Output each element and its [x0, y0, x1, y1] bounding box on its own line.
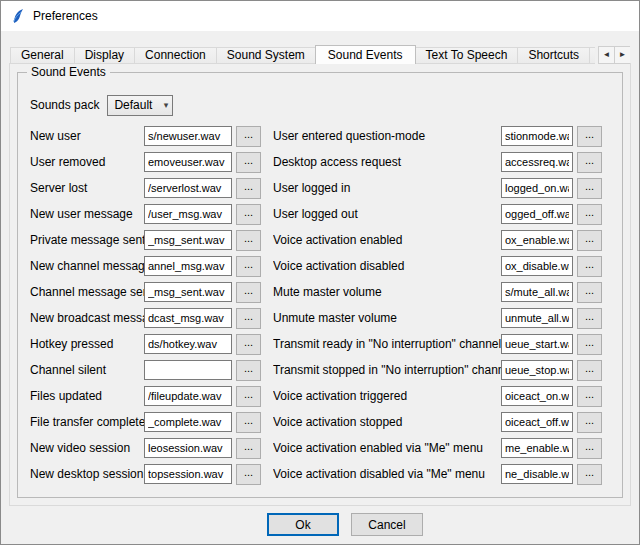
sound-file-input[interactable] [501, 178, 573, 198]
sound-file-input[interactable] [501, 308, 573, 328]
titlebar[interactable]: Preferences [1, 1, 639, 31]
tab-sound-system[interactable]: Sound System [216, 47, 316, 64]
tab-scroll-buttons: ◄ ► [595, 44, 630, 64]
sound-file-input[interactable] [501, 464, 573, 484]
sound-event-row: New desktop session ... [30, 461, 261, 487]
browse-button[interactable]: ... [577, 334, 602, 355]
tab-display[interactable]: Display [74, 47, 135, 64]
tab-sound-events[interactable]: Sound Events [315, 45, 416, 64]
sound-file-input[interactable] [144, 256, 232, 276]
sound-event-label: Voice activation disabled via "Me" menu [273, 467, 501, 481]
browse-button[interactable]: ... [577, 386, 602, 407]
browse-button[interactable]: ... [236, 386, 261, 407]
browse-button[interactable]: ... [236, 308, 261, 329]
tab-general[interactable]: General [10, 47, 75, 64]
sound-event-label: User logged out [273, 207, 501, 221]
sound-events-groupbox: Sound Events Sounds pack Default ▾ New u… [17, 72, 623, 498]
browse-button[interactable]: ... [577, 204, 602, 225]
tab-label: Text To Speech [426, 48, 508, 62]
sound-event-row: Transmit stopped in "No interruption" ch… [273, 357, 602, 383]
sound-event-row: Files updated ... [30, 383, 261, 409]
browse-button[interactable]: ... [236, 126, 261, 147]
sound-event-label: Voice activation disabled [273, 259, 501, 273]
tab-scroll-left-button[interactable]: ◄ [598, 46, 615, 64]
sound-file-input[interactable] [501, 204, 573, 224]
sound-file-input[interactable] [501, 126, 573, 146]
sound-file-input[interactable] [144, 308, 232, 328]
sound-file-input[interactable] [144, 360, 232, 380]
sound-file-input[interactable] [144, 412, 232, 432]
browse-button[interactable]: ... [236, 464, 261, 485]
sound-event-row: Channel silent ... [30, 357, 261, 383]
tab-text-to-speech[interactable]: Text To Speech [415, 47, 519, 64]
sound-file-input[interactable] [144, 464, 232, 484]
browse-button[interactable]: ... [577, 308, 602, 329]
sound-event-label: Unmute master volume [273, 311, 501, 325]
sound-event-row: Unmute master volume ... [273, 305, 602, 331]
browse-button[interactable]: ... [577, 126, 602, 147]
sound-file-input[interactable] [501, 230, 573, 250]
sound-file-input[interactable] [501, 412, 573, 432]
sound-event-row: Channel message sent ... [30, 279, 261, 305]
browse-button[interactable]: ... [236, 204, 261, 225]
sound-file-input[interactable] [501, 256, 573, 276]
sound-event-label: User logged in [273, 181, 501, 195]
tab-shortcuts[interactable]: Shortcuts [517, 47, 590, 64]
sound-event-row: New channel message ... [30, 253, 261, 279]
browse-button[interactable]: ... [236, 360, 261, 381]
sound-event-row: Voice activation disabled ... [273, 253, 602, 279]
sound-event-row: Mute master volume ... [273, 279, 602, 305]
browse-button[interactable]: ... [236, 282, 261, 303]
browse-button[interactable]: ... [236, 178, 261, 199]
sound-file-input[interactable] [501, 386, 573, 406]
browse-button[interactable]: ... [236, 334, 261, 355]
sound-file-input[interactable] [144, 438, 232, 458]
sound-file-input[interactable] [501, 360, 573, 380]
browse-button[interactable]: ... [236, 230, 261, 251]
browse-button[interactable]: ... [577, 360, 602, 381]
sound-file-input[interactable] [144, 126, 232, 146]
sound-event-label: Voice activation triggered [273, 389, 501, 403]
ok-button[interactable]: Ok [267, 513, 339, 536]
tab-strip: General Display Connection Sound System … [10, 44, 630, 64]
sound-file-input[interactable] [144, 230, 232, 250]
browse-button[interactable]: ... [577, 152, 602, 173]
sound-event-label: Voice activation stopped [273, 415, 501, 429]
sound-file-input[interactable] [501, 152, 573, 172]
browse-button[interactable]: ... [236, 412, 261, 433]
browse-button[interactable]: ... [236, 438, 261, 459]
browse-button[interactable]: ... [577, 178, 602, 199]
sound-file-input[interactable] [501, 438, 573, 458]
sound-file-input[interactable] [144, 204, 232, 224]
sound-file-input[interactable] [501, 282, 573, 302]
sound-file-input[interactable] [144, 386, 232, 406]
preferences-window: Preferences General Display Connection S… [0, 0, 640, 545]
sound-event-label: Mute master volume [273, 285, 501, 299]
sound-file-input[interactable] [144, 178, 232, 198]
sound-event-label: Private message sent [30, 233, 144, 247]
browse-button[interactable]: ... [577, 282, 602, 303]
sound-event-label: Desktop access request [273, 155, 501, 169]
sound-event-row: Voice activation enabled via "Me" menu .… [273, 435, 602, 461]
tab-scroll-right-button[interactable]: ► [614, 46, 630, 64]
sound-file-input[interactable] [144, 282, 232, 302]
sound-event-columns: New user ... User removed ... Server los… [30, 123, 616, 487]
browse-button[interactable]: ... [577, 256, 602, 277]
sound-file-input[interactable] [501, 334, 573, 354]
sound-file-input[interactable] [144, 334, 232, 354]
browse-button[interactable]: ... [577, 464, 602, 485]
browse-button[interactable]: ... [577, 412, 602, 433]
sounds-pack-row: Sounds pack Default ▾ [30, 93, 616, 117]
sound-file-input[interactable] [144, 152, 232, 172]
tab-connection[interactable]: Connection [134, 47, 217, 64]
browse-button[interactable]: ... [236, 152, 261, 173]
browse-button[interactable]: ... [577, 230, 602, 251]
sound-event-label: Transmit ready in "No interruption" chan… [273, 337, 501, 351]
sound-event-row: File transfer complete ... [30, 409, 261, 435]
cancel-button[interactable]: Cancel [351, 513, 423, 536]
sounds-pack-label: Sounds pack [30, 98, 99, 112]
sounds-pack-value: Default [114, 98, 152, 112]
browse-button[interactable]: ... [236, 256, 261, 277]
browse-button[interactable]: ... [577, 438, 602, 459]
sounds-pack-combobox[interactable]: Default ▾ [107, 95, 173, 116]
